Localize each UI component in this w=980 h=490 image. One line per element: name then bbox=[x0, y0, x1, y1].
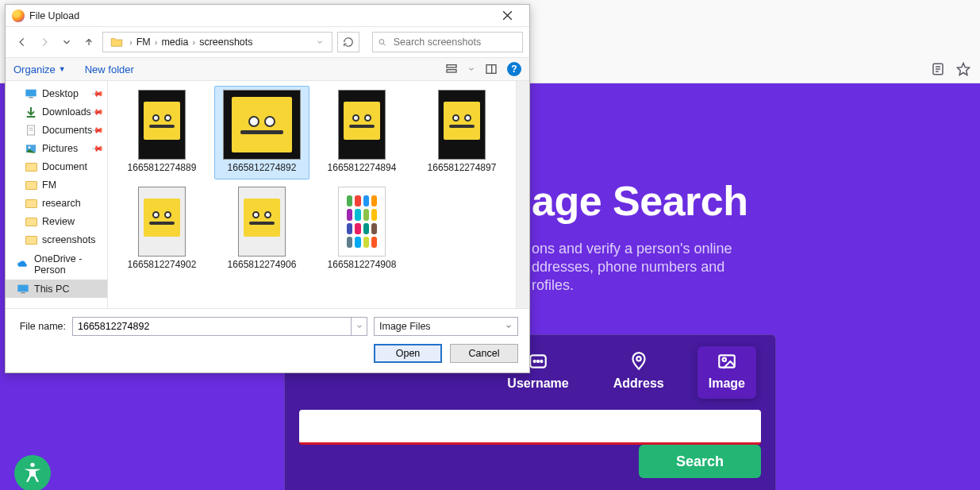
nav-recent-dropdown[interactable] bbox=[58, 33, 75, 51]
file-upload-dialog: File Upload › FM › media › screenshots O… bbox=[5, 4, 530, 373]
sidebar-item-review[interactable]: Review bbox=[6, 212, 107, 230]
hero-title: age Search bbox=[532, 177, 748, 225]
nav-back-button[interactable] bbox=[13, 33, 31, 51]
sidebar-item-document[interactable]: Document bbox=[6, 157, 107, 176]
file-item[interactable]: 1665812274897 bbox=[414, 86, 509, 179]
sidebar-item-documents[interactable]: Documents📌 bbox=[6, 121, 107, 139]
breadcrumb-item[interactable]: screenshots bbox=[198, 37, 254, 48]
dialog-nav-row: › FM › media › screenshots bbox=[6, 27, 529, 57]
view-options-button[interactable] bbox=[444, 61, 459, 77]
breadcrumb-dropdown[interactable] bbox=[311, 38, 329, 46]
image-upload-field[interactable] bbox=[299, 410, 761, 445]
file-type-select[interactable]: Image Files bbox=[374, 317, 518, 336]
folder-icon bbox=[25, 215, 37, 228]
search-tabs: Username Address Image bbox=[496, 346, 756, 399]
downloads-icon bbox=[25, 106, 37, 118]
filename-input[interactable] bbox=[72, 317, 352, 336]
nav-forward-button bbox=[36, 33, 53, 51]
search-icon bbox=[378, 37, 387, 48]
tab-image[interactable]: Image bbox=[698, 346, 756, 399]
dialog-search-field[interactable] bbox=[372, 32, 523, 52]
filename-dropdown-icon[interactable] bbox=[352, 317, 367, 336]
tab-address[interactable]: Address bbox=[602, 346, 675, 399]
tab-label: Address bbox=[613, 376, 664, 391]
file-name: 1665812274902 bbox=[128, 259, 197, 270]
nav-up-button[interactable] bbox=[80, 33, 98, 51]
sidebar-item-desktop[interactable]: Desktop📌 bbox=[6, 84, 107, 102]
breadcrumb-bar[interactable]: › FM › media › screenshots bbox=[102, 32, 332, 52]
svg-point-8 bbox=[540, 361, 542, 362]
folder-icon bbox=[25, 197, 37, 210]
sidebar-item-downloads[interactable]: Downloads📌 bbox=[6, 102, 107, 121]
cancel-button[interactable]: Cancel bbox=[450, 344, 518, 363]
tab-label: Image bbox=[709, 376, 745, 391]
hero-subtitle: ddresses, phone numbers and bbox=[532, 259, 724, 276]
dialog-titlebar: File Upload bbox=[6, 5, 529, 27]
scrollbar[interactable] bbox=[516, 81, 529, 308]
folder-icon bbox=[25, 160, 37, 173]
hero-subtitle: ons and verify a person's online bbox=[532, 241, 732, 257]
reader-mode-icon[interactable] bbox=[931, 62, 945, 79]
file-item[interactable]: 1665812274906 bbox=[214, 183, 309, 276]
accessibility-button[interactable] bbox=[14, 455, 51, 490]
file-item[interactable]: 1665812274908 bbox=[314, 183, 409, 276]
sidebar-item-onedrive[interactable]: OneDrive - Person bbox=[6, 255, 107, 273]
this-pc-icon bbox=[17, 283, 29, 295]
svg-line-16 bbox=[383, 43, 386, 45]
preview-pane-button[interactable] bbox=[483, 61, 499, 77]
search-button[interactable]: Search bbox=[639, 445, 761, 478]
svg-point-28 bbox=[29, 146, 31, 149]
svg-point-7 bbox=[537, 361, 539, 362]
svg-rect-21 bbox=[25, 89, 36, 96]
help-button[interactable]: ? bbox=[507, 62, 521, 76]
new-folder-button[interactable]: New folder bbox=[85, 64, 134, 75]
firefox-icon bbox=[12, 10, 25, 22]
file-name: 1665812274906 bbox=[228, 259, 297, 270]
breadcrumb-item[interactable]: media bbox=[159, 37, 190, 48]
file-name: 1665812274889 bbox=[128, 162, 197, 173]
folder-icon bbox=[110, 35, 124, 49]
file-name: 1665812274894 bbox=[328, 162, 397, 173]
svg-point-6 bbox=[534, 361, 536, 362]
pictures-icon bbox=[25, 142, 37, 155]
dialog-footer: File name: Image Files Open Cancel bbox=[6, 308, 529, 372]
filename-label: File name: bbox=[17, 321, 66, 332]
dialog-sidebar: Desktop📌 Downloads📌 Documents📌 Pictures📌… bbox=[6, 81, 108, 308]
onedrive-icon bbox=[17, 258, 29, 271]
file-type-value: Image Files bbox=[379, 321, 431, 332]
folder-icon bbox=[25, 233, 37, 246]
breadcrumb-item[interactable]: FM bbox=[135, 37, 152, 48]
svg-rect-30 bbox=[21, 292, 25, 293]
dialog-search-input[interactable] bbox=[392, 36, 517, 48]
desktop-icon bbox=[25, 87, 37, 100]
sidebar-item-pictures[interactable]: Pictures📌 bbox=[6, 139, 107, 157]
sidebar-item-this-pc[interactable]: This PC bbox=[6, 280, 107, 298]
sidebar-item-screenshots[interactable]: screenshots bbox=[6, 230, 107, 249]
sidebar-item-fm[interactable]: FM bbox=[6, 176, 107, 194]
sidebar-item-research[interactable]: research bbox=[6, 194, 107, 212]
view-dropdown-icon[interactable] bbox=[467, 61, 475, 77]
file-item[interactable]: 1665812274889 bbox=[114, 86, 209, 179]
svg-point-12 bbox=[30, 463, 34, 467]
svg-point-15 bbox=[379, 39, 384, 44]
dialog-toolbar: Organize▼ New folder ? bbox=[6, 57, 529, 81]
svg-point-11 bbox=[722, 358, 725, 361]
svg-rect-17 bbox=[447, 65, 456, 68]
svg-rect-22 bbox=[29, 97, 33, 98]
bookmark-star-icon[interactable] bbox=[956, 62, 970, 79]
svg-rect-29 bbox=[17, 284, 28, 291]
file-item[interactable]: 1665812274902 bbox=[114, 183, 209, 276]
svg-point-9 bbox=[636, 357, 640, 361]
file-name: 1665812274897 bbox=[428, 162, 497, 173]
file-name: 1665812274908 bbox=[328, 259, 397, 270]
file-item[interactable]: 1665812274894 bbox=[314, 86, 409, 179]
svg-rect-18 bbox=[447, 70, 456, 72]
refresh-button[interactable] bbox=[337, 32, 359, 52]
file-grid: 1665812274889 1665812274892 166581227489… bbox=[108, 81, 516, 308]
dialog-title: File Upload bbox=[29, 10, 79, 21]
file-name: 1665812274892 bbox=[228, 162, 297, 173]
organize-menu[interactable]: Organize▼ bbox=[13, 64, 66, 75]
close-button[interactable] bbox=[491, 7, 523, 25]
file-item[interactable]: 1665812274892 bbox=[214, 86, 309, 179]
open-button[interactable]: Open bbox=[374, 344, 442, 363]
